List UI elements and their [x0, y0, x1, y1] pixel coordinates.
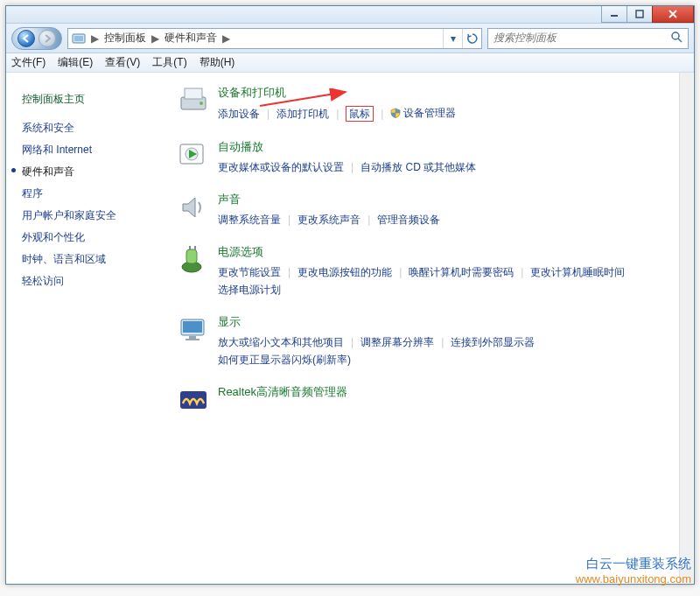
close-button[interactable]: [652, 6, 694, 23]
maximize-button[interactable]: [626, 6, 653, 23]
svg-rect-19: [186, 339, 200, 340]
link-add-printer[interactable]: 添加打印机: [276, 105, 329, 123]
link-change-defaults[interactable]: 更改媒体或设备的默认设置: [218, 158, 344, 176]
sidebar-item-programs[interactable]: 程序: [22, 183, 172, 205]
control-panel-icon: [68, 32, 89, 46]
link-system-volume[interactable]: 调整系统音量: [218, 211, 281, 228]
link-text-size[interactable]: 放大或缩小文本和其他项目: [218, 333, 344, 351]
vertical-scrollbar[interactable]: [679, 73, 693, 583]
breadcrumb-sep: ▶: [89, 32, 101, 45]
svg-rect-1: [636, 11, 643, 18]
category-autoplay: 自动播放 更改媒体或设备的默认设置 | 自动播放 CD 或其他媒体: [178, 139, 676, 176]
svg-rect-8: [185, 88, 202, 99]
link-power-button[interactable]: 更改电源按钮的功能: [298, 263, 392, 281]
breadcrumb-root[interactable]: 控制面板: [101, 31, 150, 46]
sidebar-heading[interactable]: 控制面板主页: [22, 88, 172, 110]
link-add-device[interactable]: 添加设备: [218, 105, 260, 123]
link-system-sounds[interactable]: 更改系统声音: [298, 211, 360, 228]
link-external-display[interactable]: 连接到外部显示器: [451, 333, 535, 351]
watermark-line1: 白云一键重装系统: [576, 556, 691, 571]
svg-rect-13: [186, 249, 197, 263]
address-bar[interactable]: ▶ 控制面板 ▶ 硬件和声音 ▶ ▾: [67, 28, 482, 49]
link-audio-devices[interactable]: 管理音频设备: [377, 211, 440, 228]
autoplay-icon: [178, 139, 209, 171]
menu-tools[interactable]: 工具(T): [152, 55, 186, 70]
link-device-manager[interactable]: 设备管理器: [390, 104, 456, 123]
breadcrumb-sep: ▶: [150, 32, 161, 45]
back-button[interactable]: [18, 30, 35, 47]
forward-button[interactable]: [38, 30, 56, 47]
watermark-line2: www.baiyunxitong.com: [576, 571, 691, 587]
category-realtek: Realtek高清晰音频管理器: [178, 384, 676, 416]
category-title[interactable]: Realtek高清晰音频管理器: [218, 384, 676, 400]
link-resolution[interactable]: 调整屏幕分辨率: [360, 333, 434, 351]
search-icon[interactable]: [670, 31, 682, 46]
svg-rect-15: [194, 246, 196, 250]
category-power: 电源选项 更改节能设置 | 更改电源按钮的功能 | 唤醒计算机时需要密码 | 更…: [178, 244, 676, 298]
link-mouse[interactable]: 鼠标: [346, 106, 374, 122]
link-refresh-rate[interactable]: 如何更正显示器闪烁(刷新率): [218, 351, 351, 368]
display-icon: [178, 314, 209, 346]
svg-rect-18: [189, 336, 196, 339]
content-pane: 设备和打印机 添加设备 | 添加打印机 | 鼠标 | 设备管理器: [172, 73, 694, 584]
link-power-saver[interactable]: 更改节能设置: [218, 263, 281, 281]
category-title[interactable]: 电源选项: [218, 244, 676, 260]
svg-rect-0: [611, 15, 618, 17]
watermark: 白云一键重装系统 www.baiyunxitong.com: [576, 556, 691, 587]
menu-view[interactable]: 查看(V): [105, 55, 140, 70]
sidebar-item-hardware[interactable]: 硬件和声音: [22, 161, 172, 183]
category-title[interactable]: 声音: [218, 192, 676, 207]
power-icon: [178, 244, 209, 276]
sidebar-item-network[interactable]: 网络和 Internet: [22, 139, 172, 161]
search-placeholder: 搜索控制面板: [494, 31, 556, 46]
sound-icon: [178, 192, 209, 223]
explorer-window: ▶ 控制面板 ▶ 硬件和声音 ▶ ▾ 搜索控制面板 文件(F) 编辑(E) 查看…: [5, 5, 695, 585]
menu-help[interactable]: 帮助(H): [200, 55, 235, 70]
sidebar-item-appearance[interactable]: 外观和个性化: [22, 227, 172, 249]
svg-line-5: [678, 39, 682, 42]
window-body: 控制面板主页 系统和安全 网络和 Internet 硬件和声音 程序 用户帐户和…: [6, 73, 694, 584]
menu-bar: 文件(F) 编辑(E) 查看(V) 工具(T) 帮助(H): [6, 53, 694, 73]
category-title[interactable]: 设备和打印机: [218, 85, 676, 101]
realtek-icon: [178, 384, 209, 416]
devices-printers-icon: [178, 85, 209, 116]
breadcrumb-sep: ▶: [220, 32, 232, 45]
address-dropdown[interactable]: ▾: [443, 29, 462, 48]
menu-edit[interactable]: 编辑(E): [58, 55, 93, 70]
svg-rect-14: [189, 246, 191, 250]
link-power-plan[interactable]: 选择电源计划: [218, 281, 281, 298]
breadcrumb-current[interactable]: 硬件和声音: [161, 31, 220, 46]
title-bar: [6, 6, 694, 24]
refresh-button[interactable]: [462, 29, 481, 48]
svg-point-4: [672, 32, 679, 39]
nav-back-forward: [11, 27, 62, 50]
svg-point-9: [200, 102, 203, 105]
svg-rect-3: [74, 36, 83, 41]
category-title[interactable]: 显示: [218, 314, 676, 330]
sidebar-item-system[interactable]: 系统和安全: [22, 117, 172, 139]
sidebar-item-accounts[interactable]: 用户帐户和家庭安全: [22, 205, 172, 227]
category-sound: 声音 调整系统音量 | 更改系统声音 | 管理音频设备: [178, 192, 676, 228]
category-display: 显示 放大或缩小文本和其他项目 | 调整屏幕分辨率 | 连接到外部显示器 如何更…: [178, 314, 676, 368]
sidebar-item-ease[interactable]: 轻松访问: [22, 270, 172, 292]
search-input[interactable]: 搜索控制面板: [487, 28, 689, 49]
menu-file[interactable]: 文件(F): [11, 55, 46, 70]
link-sleep-time[interactable]: 更改计算机睡眠时间: [530, 263, 625, 281]
sidebar-item-clock[interactable]: 时钟、语言和区域: [22, 249, 172, 270]
link-require-password[interactable]: 唤醒计算机时需要密码: [409, 263, 514, 281]
minimize-button[interactable]: [601, 6, 627, 23]
shield-icon: [390, 106, 401, 123]
link-autoplay-cd[interactable]: 自动播放 CD 或其他媒体: [360, 158, 476, 176]
category-devices-printers: 设备和打印机 添加设备 | 添加打印机 | 鼠标 | 设备管理器: [178, 85, 676, 123]
sidebar: 控制面板主页 系统和安全 网络和 Internet 硬件和声音 程序 用户帐户和…: [6, 73, 172, 584]
address-bar-row: ▶ 控制面板 ▶ 硬件和声音 ▶ ▾ 搜索控制面板: [6, 24, 694, 53]
category-title[interactable]: 自动播放: [218, 139, 676, 155]
svg-rect-17: [183, 321, 202, 333]
